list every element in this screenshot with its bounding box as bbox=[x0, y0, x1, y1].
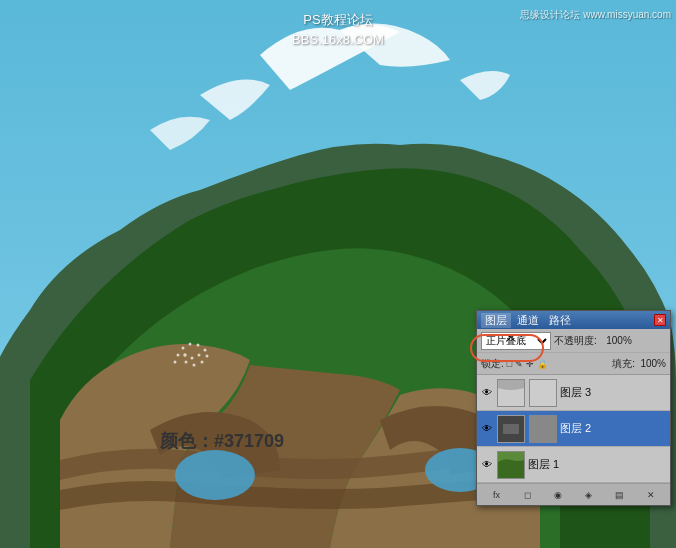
tab-paths[interactable]: 路径 bbox=[545, 313, 575, 328]
svg-rect-21 bbox=[503, 424, 519, 434]
svg-point-12 bbox=[182, 347, 185, 350]
svg-point-16 bbox=[206, 355, 209, 358]
lock-row: 锁定: □ ✎ ✛ 🔒 填充: 100% bbox=[477, 353, 670, 375]
svg-point-10 bbox=[197, 344, 200, 347]
lock-transparent-icon[interactable]: □ bbox=[507, 359, 512, 369]
layers-list: 👁 图层 3 👁 bbox=[477, 375, 670, 483]
panel-titlebar: 图层 通道 路径 ✕ bbox=[477, 311, 670, 329]
layer-thumbnail bbox=[497, 415, 525, 443]
svg-point-11 bbox=[189, 343, 192, 346]
add-mask-button[interactable]: ◻ bbox=[519, 487, 535, 503]
layer-item[interactable]: 👁 图层 3 bbox=[477, 375, 670, 411]
new-layer-button[interactable]: ▤ bbox=[612, 487, 628, 503]
tab-channels[interactable]: 通道 bbox=[513, 313, 543, 328]
panel-bottom-toolbar: fx ◻ ◉ ◈ ▤ ✕ bbox=[477, 483, 670, 505]
lock-pixels-icon[interactable]: ✎ bbox=[515, 359, 523, 369]
layer-visibility-icon[interactable]: 👁 bbox=[480, 458, 494, 472]
blend-mode-row: 正片叠底 不透明度: 100% bbox=[477, 329, 670, 353]
blend-mode-select[interactable]: 正片叠底 bbox=[481, 332, 551, 350]
layer-name: 图层 2 bbox=[560, 421, 667, 436]
add-style-button[interactable]: fx bbox=[488, 487, 504, 503]
layer-thumbnail bbox=[497, 379, 525, 407]
panel-tabs: 图层 通道 路径 bbox=[481, 313, 575, 328]
svg-point-13 bbox=[185, 361, 188, 364]
color-label: 颜色：#371709 bbox=[160, 429, 284, 453]
fill-label: 填充: bbox=[612, 357, 635, 371]
svg-point-4 bbox=[175, 450, 255, 500]
svg-point-18 bbox=[174, 361, 177, 364]
lock-label: 锁定: bbox=[481, 357, 504, 371]
fill-value: 100% bbox=[638, 358, 666, 369]
opacity-label: 不透明度: bbox=[554, 334, 597, 348]
layers-panel: 图层 通道 路径 ✕ 正片叠底 不透明度: 100% 锁定: □ ✎ ✛ 🔒 填… bbox=[476, 310, 671, 506]
adjustment-button[interactable]: ◉ bbox=[550, 487, 566, 503]
svg-point-17 bbox=[177, 354, 180, 357]
layer-mask-thumbnail bbox=[529, 379, 557, 407]
delete-layer-button[interactable]: ✕ bbox=[643, 487, 659, 503]
svg-point-6 bbox=[184, 354, 187, 357]
svg-point-8 bbox=[198, 354, 201, 357]
svg-point-15 bbox=[201, 361, 204, 364]
layer-item[interactable]: 👁 图层 2 bbox=[477, 411, 670, 447]
layer-visibility-icon[interactable]: 👁 bbox=[480, 386, 494, 400]
svg-point-9 bbox=[204, 349, 207, 352]
lock-all-icon[interactable]: 🔒 bbox=[537, 359, 548, 369]
group-button[interactable]: ◈ bbox=[581, 487, 597, 503]
lock-position-icon[interactable]: ✛ bbox=[526, 359, 534, 369]
layer-mask-thumbnail bbox=[529, 415, 557, 443]
tab-layers[interactable]: 图层 bbox=[481, 313, 511, 328]
layer-visibility-icon[interactable]: 👁 bbox=[480, 422, 494, 436]
layer-name: 图层 1 bbox=[528, 457, 667, 472]
layer-thumbnail bbox=[497, 451, 525, 479]
main-canvas: PS教程论坛 BBS.16x8.COM 思缘设计论坛 www.missyuan.… bbox=[0, 0, 676, 548]
panel-close-button[interactable]: ✕ bbox=[654, 314, 666, 326]
layer-name: 图层 3 bbox=[560, 385, 667, 400]
svg-point-7 bbox=[191, 357, 194, 360]
svg-point-14 bbox=[193, 364, 196, 367]
layer-item[interactable]: 👁 图层 1 bbox=[477, 447, 670, 483]
opacity-value: 100% bbox=[600, 335, 632, 346]
